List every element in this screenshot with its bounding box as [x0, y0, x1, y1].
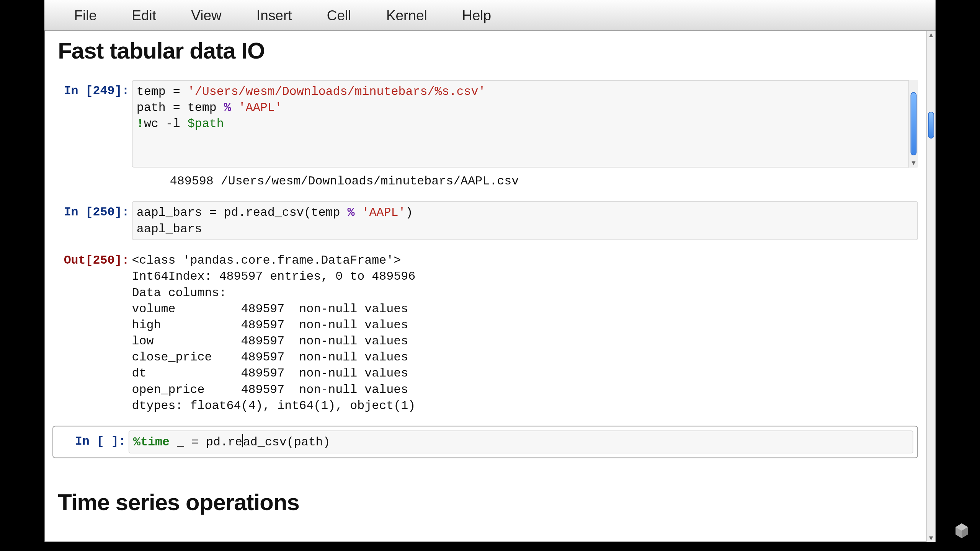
document-scrollbar[interactable]: ▲ ▼	[926, 31, 936, 542]
menubar: File Edit View Insert Cell Kernel Help	[44, 0, 936, 31]
cell-249[interactable]: In [249]: temp = '/Users/wesm/Downloads/…	[52, 80, 918, 168]
menu-view[interactable]: View	[174, 7, 239, 23]
code-text: aapl_bars = pd.read_csv(temp % 'AAPL') a…	[137, 206, 413, 235]
code-input-empty[interactable]: %time _ = pd.read_csv(path)	[129, 430, 913, 453]
prompt-in-empty: In [ ]:	[57, 430, 128, 453]
menu-file[interactable]: File	[57, 7, 114, 23]
prompt-empty	[52, 170, 132, 192]
prompt-in-249: In [249]:	[52, 80, 132, 168]
notebook-area[interactable]: Fast tabular data IO In [249]: temp = '/…	[44, 31, 926, 542]
scroll-down-icon[interactable]: ▼	[909, 160, 918, 168]
code-text: %time _ = pd.read_csv(path)	[133, 435, 330, 448]
output-text-250: <class 'pandas.core.frame.DataFrame'> In…	[132, 249, 918, 416]
code-input-249[interactable]: temp = '/Users/wesm/Downloads/minutebars…	[132, 80, 918, 168]
heading-fast-tabular-io: Fast tabular data IO	[58, 37, 922, 64]
menu-help[interactable]: Help	[444, 7, 508, 23]
menu-cell[interactable]: Cell	[309, 7, 369, 23]
cell-250[interactable]: In [250]: aapl_bars = pd.read_csv(temp %…	[52, 201, 918, 240]
scroll-thumb[interactable]	[911, 92, 917, 155]
scroll-up-icon[interactable]: ▲	[927, 31, 936, 39]
jupyter-classic-window: File Edit View Insert Cell Kernel Help F…	[44, 0, 936, 542]
cell-scrollbar[interactable]: ▲ ▼	[908, 80, 918, 168]
prompt-in-250: In [250]:	[52, 201, 132, 240]
code-text: temp = '/Users/wesm/Downloads/minutebars…	[137, 85, 486, 131]
scroll-thumb[interactable]	[928, 112, 934, 139]
menu-kernel[interactable]: Kernel	[369, 7, 444, 23]
cell-249-output: 489598 /Users/wesm/Downloads/minutebars/…	[52, 170, 918, 192]
scroll-down-icon[interactable]: ▼	[927, 534, 936, 542]
watermark-cube-icon	[954, 522, 969, 540]
cell-250-output: Out[250]: <class 'pandas.core.frame.Data…	[52, 249, 918, 416]
menu-insert[interactable]: Insert	[239, 7, 309, 23]
cell-selected[interactable]: In [ ]: %time _ = pd.read_csv(path)	[52, 426, 918, 458]
code-input-250[interactable]: aapl_bars = pd.read_csv(temp % 'AAPL') a…	[132, 201, 918, 240]
output-text-249: 489598 /Users/wesm/Downloads/minutebars/…	[132, 170, 918, 192]
prompt-out-250: Out[250]:	[52, 249, 132, 416]
heading-time-series-ops: Time series operations	[58, 489, 922, 515]
menu-edit[interactable]: Edit	[114, 7, 174, 23]
